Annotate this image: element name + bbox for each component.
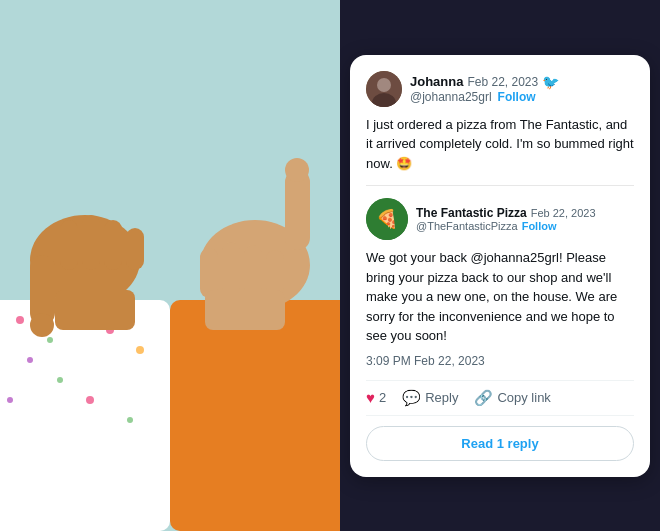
twitter-bird-icon: 🐦: [542, 74, 559, 90]
svg-point-9: [7, 397, 13, 403]
svg-point-23: [285, 158, 309, 182]
svg-rect-27: [266, 250, 284, 297]
reply-tweet-date: Feb 22, 2023: [531, 207, 596, 219]
svg-rect-15: [60, 220, 78, 270]
reply-handle: @TheFantasticPizza: [416, 220, 518, 232]
svg-point-2: [16, 316, 24, 324]
svg-rect-25: [222, 242, 240, 297]
reply-follow-link[interactable]: Follow: [522, 220, 557, 232]
original-tweet: Johanna Feb 22, 2023 🐦 @johanna25grl Fol…: [366, 71, 634, 187]
reply-tweet-header: 🍕 The Fantastic Pizza Feb 22, 2023 @TheF…: [366, 198, 634, 240]
svg-point-3: [47, 337, 53, 343]
original-tweet-header: Johanna Feb 22, 2023 🐦 @johanna25grl Fol…: [366, 71, 634, 107]
svg-point-11: [127, 417, 133, 423]
reply-tweet: 🍕 The Fantastic Pizza Feb 22, 2023 @TheF…: [366, 198, 634, 368]
reply-tweet-text: We got your back @johanna25grl! Please b…: [366, 248, 634, 346]
svg-rect-16: [82, 215, 100, 270]
reply-icon: 💬: [402, 389, 421, 407]
original-name-row: Johanna Feb 22, 2023 🐦: [410, 74, 634, 90]
svg-rect-26: [244, 245, 262, 297]
svg-point-7: [57, 377, 63, 383]
original-tweet-text: I just ordered a pizza from The Fantasti…: [366, 115, 634, 174]
svg-point-30: [377, 78, 391, 92]
svg-point-8: [136, 346, 144, 354]
avatar-johanna: [366, 71, 402, 107]
reply-action[interactable]: 💬 Reply: [402, 389, 458, 407]
action-row: ♥ 2 💬 Reply 🔗 Copy link: [366, 380, 634, 416]
read-reply-button[interactable]: Read 1 reply: [366, 426, 634, 461]
heart-icon: ♥: [366, 389, 375, 406]
reply-user-info: The Fantastic Pizza Feb 22, 2023 @TheFan…: [416, 206, 634, 232]
heart-action[interactable]: ♥ 2: [366, 389, 386, 406]
svg-point-5: [27, 357, 33, 363]
original-username: Johanna: [410, 74, 463, 89]
original-follow-link[interactable]: Follow: [498, 90, 536, 104]
original-user-info: Johanna Feb 22, 2023 🐦 @johanna25grl Fol…: [410, 74, 634, 104]
svg-rect-18: [126, 228, 144, 270]
reply-label: Reply: [425, 390, 458, 405]
svg-rect-19: [55, 290, 135, 330]
svg-text:🍕: 🍕: [376, 208, 399, 230]
svg-rect-28: [205, 290, 285, 330]
link-icon: 🔗: [474, 389, 493, 407]
copy-link-label: Copy link: [497, 390, 550, 405]
svg-point-10: [86, 396, 94, 404]
reply-username: The Fantastic Pizza: [416, 206, 527, 220]
left-panel: [0, 0, 340, 531]
reply-name-row: The Fantastic Pizza Feb 22, 2023: [416, 206, 634, 220]
tweet-card: Johanna Feb 22, 2023 🐦 @johanna25grl Fol…: [350, 55, 650, 477]
copy-link-action[interactable]: 🔗 Copy link: [474, 389, 550, 407]
original-tweet-date: Feb 22, 2023: [467, 75, 538, 89]
avatar-pizza: 🍕: [366, 198, 408, 240]
heart-count: 2: [379, 390, 386, 405]
right-panel: Johanna Feb 22, 2023 🐦 @johanna25grl Fol…: [340, 0, 660, 531]
reply-handle-row: @TheFantasticPizza Follow: [416, 220, 634, 232]
svg-rect-17: [104, 220, 122, 270]
svg-rect-20: [170, 300, 340, 531]
svg-rect-1: [0, 300, 170, 531]
original-handle: @johanna25grl: [410, 90, 492, 104]
reply-timestamp: 3:09 PM Feb 22, 2023: [366, 354, 634, 368]
original-handle-row: @johanna25grl Follow: [410, 90, 634, 104]
svg-point-14: [30, 313, 54, 337]
svg-rect-22: [285, 170, 310, 250]
